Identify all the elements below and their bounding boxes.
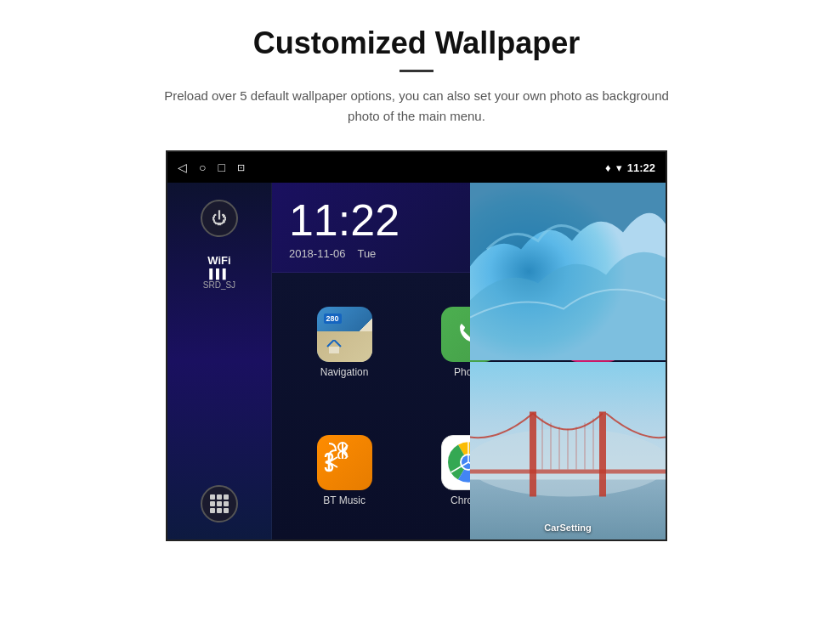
page-title: Customized Wallpaper <box>253 25 581 61</box>
app-item-btmusic[interactable]: BT Music <box>286 410 403 531</box>
screen-content: ⏻ WiFi ▌▌▌ SRD_SJ <box>167 183 666 539</box>
app-item-navigation[interactable]: 280 Navigation <box>286 281 403 403</box>
wifi-network-name: SRD_SJ <box>203 280 235 290</box>
page-container: Customized Wallpaper Preload over 5 defa… <box>0 0 833 644</box>
svg-rect-34 <box>530 412 536 497</box>
sidebar-top: ⏻ WiFi ▌▌▌ SRD_SJ <box>201 200 238 290</box>
page-subtitle: Preload over 5 default wallpaper options… <box>153 86 680 127</box>
screenshot-icon[interactable]: ⊡ <box>237 162 245 173</box>
svg-rect-3 <box>329 347 339 353</box>
navigation-icon: 280 <box>317 307 372 362</box>
navigation-label: Navigation <box>320 366 369 378</box>
btmusic-icon <box>317 435 372 490</box>
wallpaper-stack: CarSetting <box>470 183 666 539</box>
status-time: 11:22 <box>627 161 655 174</box>
wallpaper-thumb-bridge[interactable]: CarSetting <box>470 362 666 539</box>
apps-grid-button[interactable] <box>201 485 238 523</box>
wifi-signal-icon: ▾ <box>616 161 622 174</box>
back-nav-icon[interactable]: ◁ <box>178 161 187 174</box>
svg-rect-35 <box>599 412 606 497</box>
btmusic-label: BT Music <box>323 494 366 506</box>
home-nav-icon[interactable]: ○ <box>199 161 206 174</box>
clock-date: 2018-11-06 <box>289 247 346 260</box>
sidebar: ⏻ WiFi ▌▌▌ SRD_SJ <box>167 183 272 539</box>
status-bar-left: ◁ ○ □ ⊡ <box>178 161 245 174</box>
wifi-info: WiFi ▌▌▌ SRD_SJ <box>203 254 235 290</box>
carsetting-label: CarSetting <box>470 523 666 533</box>
grid-icon <box>210 494 229 513</box>
power-button[interactable]: ⏻ <box>201 200 238 237</box>
status-bar-right: ♦ ▾ 11:22 <box>605 161 655 174</box>
location-icon: ♦ <box>605 161 611 174</box>
power-icon: ⏻ <box>212 210 227 228</box>
title-divider <box>400 70 434 72</box>
clock-day: Tue <box>357 247 376 260</box>
wallpaper-thumb-ice[interactable] <box>470 183 666 360</box>
android-screen: ◁ ○ □ ⊡ ♦ ▾ 11:22 ⏻ WiFi <box>166 150 667 541</box>
wifi-label: WiFi <box>203 254 235 267</box>
svg-rect-36 <box>470 470 666 474</box>
nav-badge: 280 <box>324 314 342 324</box>
recent-nav-icon[interactable]: □ <box>218 161 224 174</box>
status-bar: ◁ ○ □ ⊡ ♦ ▾ 11:22 <box>167 152 666 183</box>
wifi-bars-icon: ▌▌▌ <box>203 268 235 279</box>
